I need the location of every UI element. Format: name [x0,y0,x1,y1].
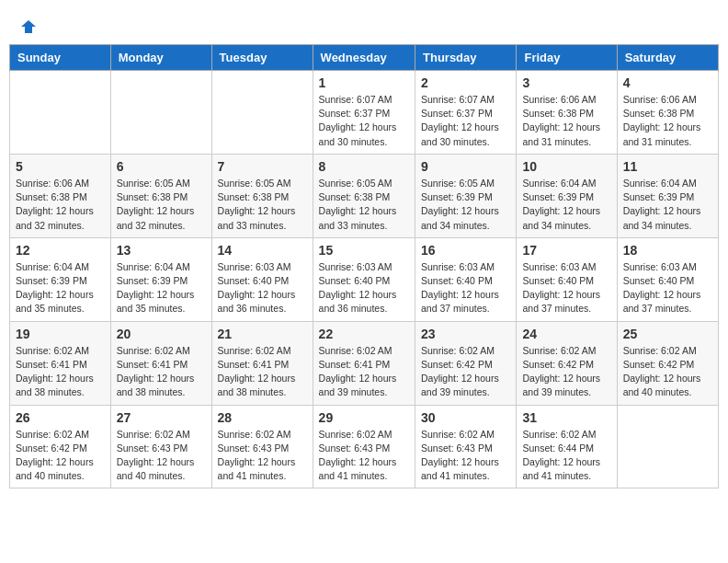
day-number: 25 [623,327,712,341]
calendar-cell [211,71,313,155]
day-number: 26 [16,410,105,425]
calendar-cell: 23Sunrise: 6:02 AM Sunset: 6:42 PM Dayli… [415,321,517,405]
day-number: 5 [16,159,105,174]
calendar-cell: 16Sunrise: 6:03 AM Sunset: 6:40 PM Dayli… [415,237,517,321]
calendar-week-row: 26Sunrise: 6:02 AM Sunset: 6:42 PM Dayli… [10,405,719,488]
calendar-cell: 11Sunrise: 6:04 AM Sunset: 6:39 PM Dayli… [617,154,718,237]
calendar-cell: 1Sunrise: 6:07 AM Sunset: 6:37 PM Daylig… [313,71,415,155]
day-info: Sunrise: 6:02 AM Sunset: 6:43 PM Dayligh… [319,428,409,484]
day-of-week-header: Saturday [617,45,718,71]
calendar-cell: 9Sunrise: 6:05 AM Sunset: 6:39 PM Daylig… [415,154,517,237]
calendar-cell: 14Sunrise: 6:03 AM Sunset: 6:40 PM Dayli… [211,237,313,321]
day-number: 14 [218,243,307,258]
day-info: Sunrise: 6:02 AM Sunset: 6:42 PM Dayligh… [522,344,610,400]
day-number: 17 [522,243,610,258]
calendar-cell: 18Sunrise: 6:03 AM Sunset: 6:40 PM Dayli… [617,237,718,321]
day-info: Sunrise: 6:04 AM Sunset: 6:39 PM Dayligh… [623,177,712,233]
day-number: 30 [421,410,510,425]
day-number: 10 [522,159,610,174]
svg-marker-0 [21,20,36,33]
calendar-cell: 30Sunrise: 6:02 AM Sunset: 6:43 PM Dayli… [415,405,517,488]
calendar-cell: 3Sunrise: 6:06 AM Sunset: 6:38 PM Daylig… [517,71,617,155]
day-info: Sunrise: 6:03 AM Sunset: 6:40 PM Dayligh… [218,260,307,316]
calendar-cell: 28Sunrise: 6:02 AM Sunset: 6:43 PM Dayli… [211,405,313,488]
day-info: Sunrise: 6:02 AM Sunset: 6:44 PM Dayligh… [522,428,610,484]
day-of-week-header: Wednesday [313,45,415,71]
day-info: Sunrise: 6:03 AM Sunset: 6:40 PM Dayligh… [522,260,610,316]
calendar-cell: 15Sunrise: 6:03 AM Sunset: 6:40 PM Dayli… [313,237,415,321]
day-number: 8 [319,159,409,174]
calendar-cell: 2Sunrise: 6:07 AM Sunset: 6:37 PM Daylig… [415,71,517,155]
day-info: Sunrise: 6:07 AM Sunset: 6:37 PM Dayligh… [319,93,409,149]
logo [18,18,37,35]
calendar-week-row: 1Sunrise: 6:07 AM Sunset: 6:37 PM Daylig… [10,71,719,155]
calendar-cell: 13Sunrise: 6:04 AM Sunset: 6:39 PM Dayli… [110,237,211,321]
day-info: Sunrise: 6:04 AM Sunset: 6:39 PM Dayligh… [522,177,610,233]
day-number: 15 [319,243,409,258]
calendar-cell: 17Sunrise: 6:03 AM Sunset: 6:40 PM Dayli… [517,237,617,321]
day-number: 12 [16,243,105,258]
day-of-week-header: Tuesday [211,45,313,71]
day-number: 24 [522,327,610,341]
day-info: Sunrise: 6:02 AM Sunset: 6:42 PM Dayligh… [623,344,712,400]
day-number: 22 [319,327,409,341]
calendar-cell [110,71,211,155]
calendar-cell: 10Sunrise: 6:04 AM Sunset: 6:39 PM Dayli… [517,154,617,237]
day-of-week-header: Monday [110,45,211,71]
day-number: 3 [522,75,610,90]
day-number: 21 [218,327,307,341]
calendar-cell: 31Sunrise: 6:02 AM Sunset: 6:44 PM Dayli… [517,405,617,488]
day-of-week-header: Thursday [415,45,517,71]
day-number: 1 [319,75,409,90]
day-number: 29 [319,410,409,425]
day-number: 20 [117,327,206,341]
day-number: 16 [421,243,510,258]
day-info: Sunrise: 6:05 AM Sunset: 6:38 PM Dayligh… [319,177,409,233]
calendar-week-row: 5Sunrise: 6:06 AM Sunset: 6:38 PM Daylig… [10,154,719,237]
day-info: Sunrise: 6:04 AM Sunset: 6:39 PM Dayligh… [16,260,105,316]
day-info: Sunrise: 6:02 AM Sunset: 6:41 PM Dayligh… [16,344,105,400]
day-number: 11 [623,159,712,174]
day-number: 19 [16,327,105,341]
day-info: Sunrise: 6:02 AM Sunset: 6:41 PM Dayligh… [218,344,307,400]
day-number: 18 [623,243,712,258]
day-info: Sunrise: 6:02 AM Sunset: 6:41 PM Dayligh… [319,344,409,400]
page-header [9,9,719,40]
day-info: Sunrise: 6:04 AM Sunset: 6:39 PM Dayligh… [117,260,206,316]
day-info: Sunrise: 6:06 AM Sunset: 6:38 PM Dayligh… [16,177,105,233]
day-number: 7 [218,159,307,174]
calendar-header-row: SundayMondayTuesdayWednesdayThursdayFrid… [10,45,719,71]
day-info: Sunrise: 6:02 AM Sunset: 6:42 PM Dayligh… [421,344,510,400]
calendar-cell: 29Sunrise: 6:02 AM Sunset: 6:43 PM Dayli… [313,405,415,488]
calendar-week-row: 12Sunrise: 6:04 AM Sunset: 6:39 PM Dayli… [10,237,719,321]
calendar-table: SundayMondayTuesdayWednesdayThursdayFrid… [9,44,719,488]
day-of-week-header: Friday [517,45,617,71]
calendar-cell: 27Sunrise: 6:02 AM Sunset: 6:43 PM Dayli… [110,405,211,488]
calendar-cell: 20Sunrise: 6:02 AM Sunset: 6:41 PM Dayli… [110,321,211,405]
calendar-cell: 4Sunrise: 6:06 AM Sunset: 6:38 PM Daylig… [617,71,718,155]
day-info: Sunrise: 6:03 AM Sunset: 6:40 PM Dayligh… [319,260,409,316]
day-info: Sunrise: 6:02 AM Sunset: 6:43 PM Dayligh… [421,428,510,484]
calendar-cell: 8Sunrise: 6:05 AM Sunset: 6:38 PM Daylig… [313,154,415,237]
day-number: 27 [117,410,206,425]
day-info: Sunrise: 6:05 AM Sunset: 6:38 PM Dayligh… [218,177,307,233]
day-info: Sunrise: 6:05 AM Sunset: 6:38 PM Dayligh… [117,177,206,233]
calendar-cell: 22Sunrise: 6:02 AM Sunset: 6:41 PM Dayli… [313,321,415,405]
day-info: Sunrise: 6:05 AM Sunset: 6:39 PM Dayligh… [421,177,510,233]
day-number: 28 [218,410,307,425]
day-number: 13 [117,243,206,258]
day-info: Sunrise: 6:03 AM Sunset: 6:40 PM Dayligh… [421,260,510,316]
day-info: Sunrise: 6:07 AM Sunset: 6:37 PM Dayligh… [421,93,510,149]
calendar-cell: 25Sunrise: 6:02 AM Sunset: 6:42 PM Dayli… [617,321,718,405]
calendar-cell [617,405,718,488]
day-number: 31 [522,410,610,425]
calendar-cell: 19Sunrise: 6:02 AM Sunset: 6:41 PM Dayli… [10,321,111,405]
day-info: Sunrise: 6:06 AM Sunset: 6:38 PM Dayligh… [623,93,712,149]
calendar-cell [10,71,111,155]
calendar-cell: 6Sunrise: 6:05 AM Sunset: 6:38 PM Daylig… [110,154,211,237]
day-info: Sunrise: 6:02 AM Sunset: 6:43 PM Dayligh… [117,428,206,484]
calendar-cell: 7Sunrise: 6:05 AM Sunset: 6:38 PM Daylig… [211,154,313,237]
day-info: Sunrise: 6:02 AM Sunset: 6:41 PM Dayligh… [117,344,206,400]
day-of-week-header: Sunday [10,45,111,71]
day-info: Sunrise: 6:06 AM Sunset: 6:38 PM Dayligh… [522,93,610,149]
